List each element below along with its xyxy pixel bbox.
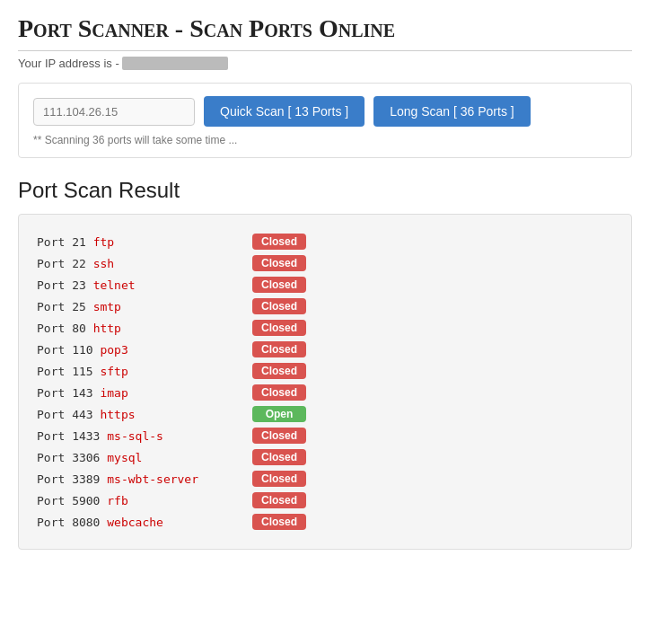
table-row: Port 23 telnet Closed (37, 274, 613, 296)
port-info: Port 143 imap (37, 386, 252, 400)
port-info: Port 25 smtp (37, 300, 252, 313)
service-name: ms-sql-s (107, 429, 163, 443)
port-info: Port 8080 webcache (37, 516, 252, 529)
status-badge: Closed (252, 428, 306, 444)
status-badge: Open (252, 406, 306, 422)
page-title: Port Scanner - Scan Ports Online (18, 14, 632, 51)
status-badge: Closed (252, 320, 306, 336)
service-name: pop3 (100, 343, 127, 357)
table-row: Port 1433 ms-sql-s Closed (37, 425, 613, 446)
table-row: Port 443 https Open (37, 403, 613, 425)
table-row: Port 80 http Closed (37, 317, 613, 339)
status-badge: Closed (252, 298, 306, 314)
service-name: https (100, 408, 135, 421)
port-info: Port 443 https (37, 408, 252, 421)
table-row: Port 5900 rfb Closed (37, 490, 613, 511)
quick-scan-button[interactable]: Quick Scan [ 13 Ports ] (204, 96, 365, 127)
port-info: Port 80 http (37, 322, 252, 335)
long-scan-button[interactable]: Long Scan [ 36 Ports ] (373, 96, 531, 127)
port-info: Port 1433 ms-sql-s (37, 429, 252, 443)
service-name: sftp (100, 365, 127, 378)
status-badge: Closed (252, 234, 306, 250)
port-info: Port 115 sftp (37, 365, 252, 378)
port-info: Port 21 ftp (37, 235, 252, 249)
scan-controls: Quick Scan [ 13 Ports ] Long Scan [ 36 P… (33, 96, 617, 127)
table-row: Port 8080 webcache Closed (37, 511, 613, 533)
table-row: Port 3306 mysql Closed (37, 446, 613, 468)
table-row: Port 3389 ms-wbt-server Closed (37, 468, 613, 490)
port-info: Port 5900 rfb (37, 494, 252, 507)
status-badge: Closed (252, 341, 306, 357)
scan-note: ** Scanning 36 ports will take some time… (33, 134, 617, 146)
service-name: ssh (93, 257, 114, 270)
service-name: webcache (107, 516, 163, 529)
port-info: Port 3389 ms-wbt-server (37, 472, 252, 486)
results-panel: Port 21 ftp Closed Port 22 ssh Closed Po… (18, 214, 632, 550)
status-badge: Closed (252, 277, 306, 293)
ip-address: 111.104.26.15 (122, 57, 227, 70)
table-row: Port 115 sftp Closed (37, 360, 613, 382)
status-badge: Closed (252, 514, 306, 530)
port-info: Port 23 telnet (37, 278, 252, 292)
service-name: imap (100, 386, 127, 400)
table-row: Port 22 ssh Closed (37, 252, 613, 274)
status-badge: Closed (252, 449, 306, 465)
scan-panel: Quick Scan [ 13 Ports ] Long Scan [ 36 P… (18, 83, 632, 158)
service-name: smtp (93, 300, 121, 313)
port-info: Port 110 pop3 (37, 343, 252, 357)
service-name: telnet (93, 278, 136, 292)
results-title: Port Scan Result (18, 178, 632, 203)
table-row: Port 25 smtp Closed (37, 296, 613, 317)
service-name: ms-wbt-server (107, 472, 198, 486)
status-badge: Closed (252, 363, 306, 379)
status-badge: Closed (252, 471, 306, 487)
port-info: Port 22 ssh (37, 257, 252, 270)
service-name: rfb (107, 494, 127, 507)
ip-line: Your IP address is - 111.104.26.15 (18, 57, 632, 70)
ip-input[interactable] (33, 98, 195, 126)
status-badge: Closed (252, 255, 306, 271)
table-row: Port 143 imap Closed (37, 382, 613, 403)
table-row: Port 110 pop3 Closed (37, 339, 613, 360)
service-name: mysql (107, 451, 142, 464)
service-name: ftp (93, 235, 114, 249)
port-info: Port 3306 mysql (37, 451, 252, 464)
service-name: http (93, 322, 121, 335)
status-badge: Closed (252, 492, 306, 508)
table-row: Port 21 ftp Closed (37, 231, 613, 252)
status-badge: Closed (252, 384, 306, 401)
